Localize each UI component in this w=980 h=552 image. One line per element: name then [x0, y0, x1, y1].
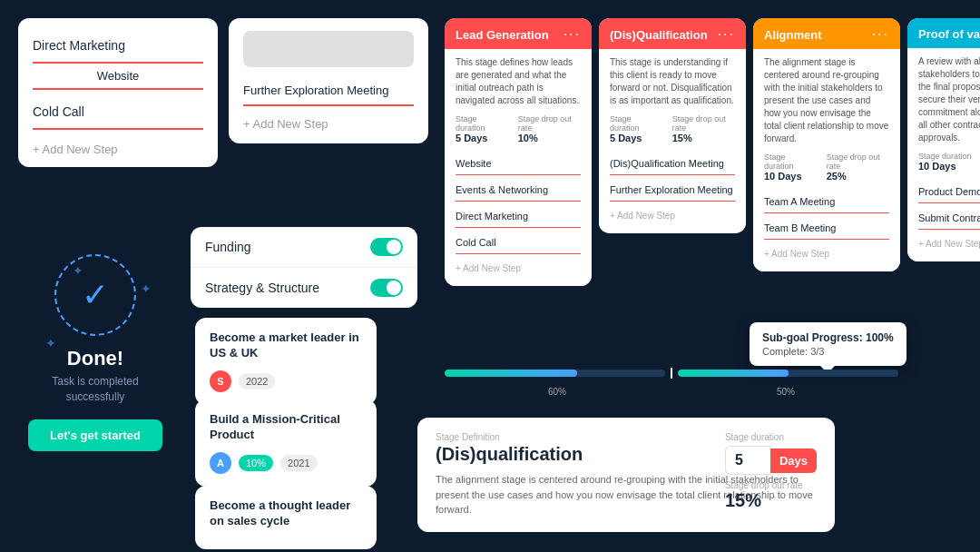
stage-menu-disqual[interactable]: ···: [718, 27, 735, 42]
add-step-left[interactable]: + Add New Step: [33, 135, 203, 156]
stage-title-proof: Proof of value: [918, 27, 980, 41]
goal-card-3: Become a thought leader on sales cycle: [195, 486, 377, 549]
further-exploration-item[interactable]: Further Exploration Meeting: [243, 76, 414, 106]
meta-drop-disqual: Stage drop out rate 15%: [672, 114, 735, 143]
stage-duration-input: 5 Days: [725, 446, 817, 475]
exp-placeholder: [243, 31, 414, 67]
stage-card-proof: Proof of value A review with all senior …: [907, 18, 980, 261]
stage-title-alignment: Alignment: [764, 28, 822, 42]
meta-duration-alignment: Stage duration 10 Days: [764, 153, 812, 182]
stage-drop-label: Stage drop out rate: [725, 480, 817, 490]
toggle-row-strategy: Strategy & Structure: [191, 267, 417, 308]
goal-year-2: 2021: [280, 455, 317, 471]
stage-duration-number[interactable]: 5: [725, 446, 770, 475]
meta-drop-alignment: Stage drop out rate 25%: [827, 153, 889, 182]
step-product-demo[interactable]: Product Demo: [918, 181, 980, 203]
goal-year-1: 2022: [239, 373, 275, 389]
stage-menu-lead[interactable]: ···: [564, 27, 581, 42]
stage-def-card: Stage Definition (Dis)qualification The …: [417, 418, 835, 532]
stage-desc-proof: A review with all senior stakeholders to…: [918, 55, 980, 144]
step-team-b[interactable]: Team B Meeting: [764, 217, 889, 240]
stage-menu-alignment[interactable]: ···: [872, 27, 889, 42]
star-decoration-2: ✦: [45, 336, 56, 350]
stage-header-lead: Lead Generation ···: [445, 18, 592, 49]
goal-title-3: Become a thought leader on sales cycle: [210, 498, 362, 529]
cold-call-item[interactable]: Cold Call: [33, 95, 203, 130]
stage-header-alignment: Alignment ···: [753, 18, 900, 49]
stage-duration-label: Stage duration: [725, 432, 817, 442]
goal-title-1: Become a market leader in US & UK: [210, 330, 362, 361]
progress-fill-2: [678, 370, 789, 377]
goal-badge-s: S: [210, 370, 231, 392]
subgoal-tooltip: Sub-goal Progress: 100% Complete: 3/3: [750, 322, 906, 366]
step-team-a[interactable]: Team A Meeting: [764, 191, 889, 213]
tooltip-title: Sub-goal Progress: 100%: [762, 331, 894, 344]
step-further-exp[interactable]: Further Exploration Meeting: [610, 179, 735, 202]
star-decoration-1: ✦: [141, 281, 152, 296]
progress-bars: 60% 50%: [445, 368, 898, 399]
step-disqual-meeting[interactable]: (Dis)Qualification Meeting: [610, 153, 735, 175]
check-icon: ✓: [82, 276, 109, 314]
stage-title-lead: Lead Generation: [456, 28, 549, 42]
step-website[interactable]: Website: [456, 153, 581, 175]
stage-meta-lead: Stage duration 5 Days Stage drop out rat…: [456, 114, 581, 143]
goal-card-2: Build a Mission-Critical Product A 10% 2…: [195, 399, 377, 487]
goal-card-1: Become a market leader in US & UK S 2022: [195, 318, 377, 405]
stage-meta-disqual: Stage duration 5 Days Stage drop out rat…: [610, 114, 735, 143]
progress-label-1: 60%: [548, 387, 566, 397]
add-step-alignment[interactable]: + Add New Step: [764, 243, 889, 264]
done-subtitle: Task is completedsuccessfully: [52, 374, 138, 405]
done-circle: ✓: [54, 254, 136, 336]
progress-bar-1: [445, 370, 665, 377]
toggle-row-funding: Funding: [191, 227, 417, 267]
add-step-lead[interactable]: + Add New Step: [456, 258, 581, 279]
meta-duration-lead: Stage duration 5 Days: [456, 114, 504, 143]
website-item[interactable]: Website: [33, 69, 203, 90]
done-card: ✓ Done! Task is completedsuccessfully Le…: [9, 254, 181, 451]
progress-label-2: 50%: [777, 387, 795, 397]
stage-body-alignment: The alignment stage is centered around r…: [753, 49, 900, 271]
toggle-card: Funding Strategy & Structure: [191, 227, 417, 308]
stage-desc-lead: This stage defines how leads are generat…: [456, 56, 581, 107]
done-title: Done!: [67, 347, 123, 370]
step-events[interactable]: Events & Networking: [456, 179, 581, 202]
toggle-strategy[interactable]: [370, 279, 403, 297]
goal-badges-1: S 2022: [210, 370, 362, 392]
stage-desc-alignment: The alignment stage is centered around r…: [764, 56, 889, 145]
add-step-disqual[interactable]: + Add New Step: [610, 205, 735, 226]
stage-duration-box: Stage duration 5 Days Stage drop out rat…: [725, 432, 817, 511]
toggle-funding[interactable]: [370, 238, 403, 256]
lets-get-started-button[interactable]: Let's get started: [28, 419, 162, 451]
stage-card-disqual: (Dis)Qualification ··· This stage is und…: [599, 18, 746, 233]
add-step-proof[interactable]: + Add New Step: [918, 233, 980, 254]
stage-body-proof: A review with all senior stakeholders to…: [907, 48, 980, 261]
stage-meta-proof: Stage duration 10 Days: [918, 152, 980, 172]
stage-card-alignment: Alignment ··· The alignment stage is cen…: [753, 18, 900, 271]
goal-tag-2: 10%: [239, 455, 273, 471]
exploration-card: Further Exploration Meeting + Add New St…: [229, 18, 428, 143]
meta-drop-lead: Stage drop out rate 10%: [518, 114, 581, 143]
step-submit-contract[interactable]: Submit Contract: [918, 207, 980, 230]
stage-body-lead: This stage defines how leads are generat…: [445, 49, 592, 286]
stage-header-proof: Proof of value: [907, 18, 980, 48]
add-step-exp[interactable]: + Add New Step: [243, 110, 414, 131]
progress-divider: [671, 368, 672, 379]
stage-duration-unit: Days: [770, 448, 817, 473]
star-decoration-3: ✦: [73, 263, 83, 278]
toggle-label-funding: Funding: [205, 240, 251, 254]
meta-duration-disqual: Stage duration 5 Days: [610, 114, 658, 143]
stage-body-disqual: This stage is understanding if this clie…: [599, 49, 746, 233]
goal-badges-2: A 10% 2021: [210, 452, 362, 474]
step-direct[interactable]: Direct Marketing: [456, 205, 581, 228]
stage-meta-alignment: Stage duration 10 Days Stage drop out ra…: [764, 153, 889, 182]
direct-marketing-item[interactable]: Direct Marketing: [33, 29, 203, 64]
goal-badge-a: A: [210, 452, 231, 474]
stage-desc-disqual: This stage is understanding if this clie…: [610, 56, 735, 107]
step-cold[interactable]: Cold Call: [456, 232, 581, 254]
progress-bar-2: [678, 370, 898, 377]
progress-fill-1: [445, 370, 577, 377]
toggle-label-strategy: Strategy & Structure: [205, 281, 319, 295]
goal-title-2: Build a Mission-Critical Product: [210, 412, 362, 443]
stage-header-disqual: (Dis)Qualification ···: [599, 18, 746, 49]
stage-card-lead-gen: Lead Generation ··· This stage defines h…: [445, 18, 592, 286]
